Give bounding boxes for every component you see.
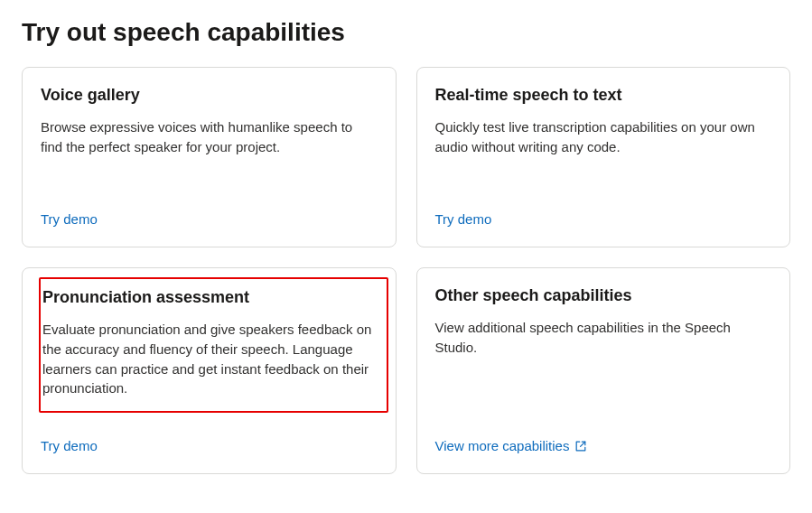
highlight-box: Pronunciation assessment Evaluate pronun… <box>39 277 388 413</box>
try-demo-link[interactable]: Try demo <box>435 211 492 227</box>
card-title: Pronunciation assessment <box>41 288 376 307</box>
card-other-capabilities: Other speech capabilities View additiona… <box>416 267 791 474</box>
card-title: Voice gallery <box>41 86 378 105</box>
card-description: Browse expressive voices with humanlike … <box>41 117 378 191</box>
view-more-capabilities-link[interactable]: View more capabilities <box>435 438 588 453</box>
try-demo-link[interactable]: Try demo <box>41 211 98 227</box>
card-title: Real-time speech to text <box>435 86 772 105</box>
card-voice-gallery: Voice gallery Browse expressive voices w… <box>22 67 397 247</box>
try-demo-link[interactable]: Try demo <box>41 438 98 453</box>
capability-card-grid: Voice gallery Browse expressive voices w… <box>22 67 790 474</box>
card-description: Evaluate pronunciation and give speakers… <box>41 320 376 398</box>
card-description: Quickly test live transcription capabili… <box>435 117 772 191</box>
page-heading: Try out speech capabilities <box>22 18 790 47</box>
card-realtime-stt: Real-time speech to text Quickly test li… <box>416 67 791 247</box>
link-label: View more capabilities <box>435 438 570 453</box>
card-title: Other speech capabilities <box>435 286 772 305</box>
card-description: View additional speech capabilities in t… <box>435 318 772 418</box>
external-link-icon <box>574 440 587 452</box>
card-pronunciation-assessment: Pronunciation assessment Evaluate pronun… <box>22 267 397 474</box>
